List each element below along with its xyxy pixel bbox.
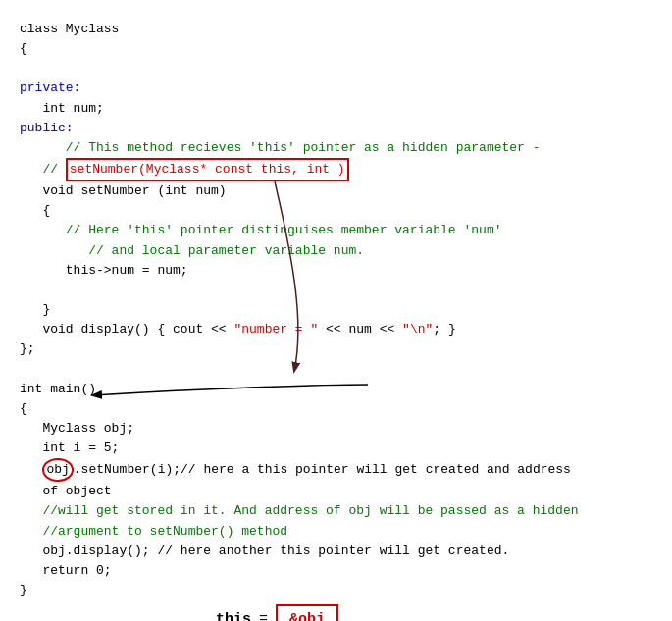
obj-value: &obj (289, 611, 325, 621)
obj-circle: obj (42, 458, 73, 482)
line-class-myclass: class Myclass { private: int num; public… (20, 20, 652, 600)
equals-label: = (259, 608, 268, 621)
this-label: this (216, 608, 251, 621)
highlight-setnumber: setNumber(Myclass* const this, int ) (66, 158, 349, 181)
page-wrapper: class Myclass { private: int num; public… (20, 20, 652, 621)
obj-box: &obj (276, 604, 338, 621)
code-block: class Myclass { private: int num; public… (20, 20, 652, 621)
annotation-this-equals-obj: this = &obj (216, 604, 652, 621)
